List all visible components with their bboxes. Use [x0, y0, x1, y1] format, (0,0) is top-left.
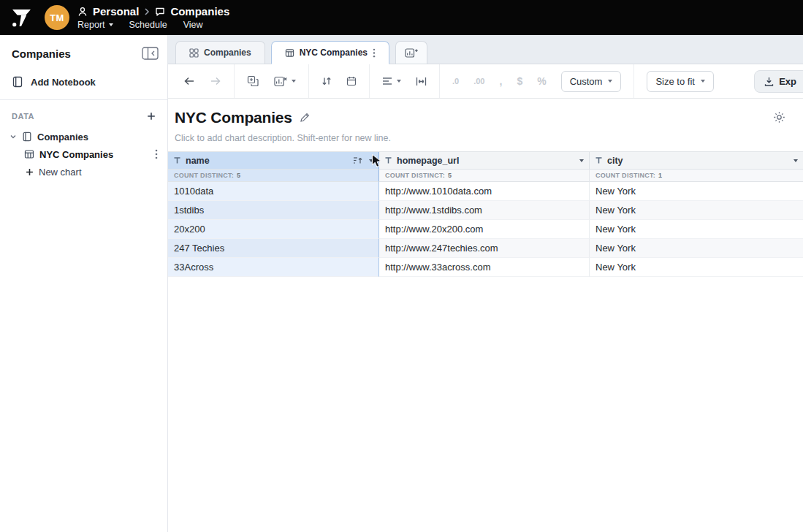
cell-name[interactable]: 20x200 [168, 220, 379, 239]
breadcrumb: Personal Companies [77, 5, 229, 18]
cell-city[interactable]: New York [590, 258, 803, 277]
table-stats-row: Count distinct: 5 Count distinct: 5 Coun… [168, 170, 803, 182]
stat-value: 5 [448, 172, 452, 179]
forward-button[interactable] [210, 76, 221, 86]
column-header-name[interactable]: name [168, 152, 379, 170]
breadcrumb-project[interactable]: Companies [170, 5, 229, 18]
column-stats-name: Count distinct: 5 [168, 170, 379, 182]
custom-format-label: Custom [570, 76, 603, 87]
header-icons [353, 156, 373, 164]
cell-homepage-url[interactable]: http://www.1stdibs.com [379, 201, 590, 220]
custom-format-dropdown[interactable]: Custom [561, 71, 622, 92]
export-button[interactable]: Exp [754, 70, 803, 93]
cell-name[interactable]: 1010data [168, 182, 379, 201]
data-section-label: DATA [12, 112, 34, 121]
duplicate-table-icon[interactable] [247, 75, 259, 87]
title-row: NYC Companies [168, 99, 803, 126]
column-header-homepage-url[interactable]: homepage_url [379, 152, 590, 170]
calendar-icon[interactable] [346, 76, 357, 86]
comma-format-icon[interactable]: , [499, 75, 502, 87]
chevron-down-icon [292, 80, 296, 83]
breadcrumb-workspace[interactable]: Personal [93, 5, 139, 18]
gear-icon[interactable] [773, 111, 785, 123]
menu-report-label: Report [77, 20, 105, 30]
add-data-plus-icon[interactable] [147, 112, 156, 121]
kebab-menu-icon[interactable] [153, 149, 160, 159]
kebab-menu-icon[interactable] [373, 48, 376, 58]
cell-homepage-url[interactable]: http://www.20x200.com [379, 220, 590, 239]
stat-label: Count distinct: [174, 172, 234, 179]
app-logo[interactable] [12, 8, 31, 28]
cell-name[interactable]: 1stdibs [168, 201, 379, 220]
topbar-menu: Report Schedule View [77, 20, 229, 30]
history-group [171, 64, 234, 98]
table-row: 20x200 http://www.20x200.com New York [168, 220, 803, 239]
chevron-down-icon[interactable] [794, 159, 798, 162]
chart-plus-icon [405, 48, 418, 58]
chevron-down-icon [109, 23, 113, 26]
chevron-down-icon[interactable] [579, 159, 584, 162]
stat-label: Count distinct: [385, 172, 445, 179]
column-header-city[interactable]: city [590, 152, 803, 170]
stat-value: 1 [658, 172, 662, 179]
tab-nyc-companies[interactable]: NYC Companies [271, 41, 389, 64]
tree-item-label: Companies [37, 132, 88, 142]
menu-view[interactable]: View [183, 20, 203, 30]
fit-width-icon[interactable] [416, 77, 427, 86]
sort-asc-icon[interactable] [353, 156, 362, 164]
sort-icon[interactable] [321, 76, 332, 86]
column-stats-city: Count distinct: 1 [590, 170, 803, 182]
chevron-down-icon [608, 80, 612, 83]
new-tab-button[interactable] [395, 41, 427, 64]
tab-companies[interactable]: Companies [175, 41, 265, 64]
cell-homepage-url[interactable]: http://www.247techies.com [379, 239, 590, 258]
cell-city[interactable]: New York [590, 220, 803, 239]
top-bar: TM Personal Companies Report Schedule Vi… [0, 0, 803, 35]
add-notebook-button[interactable]: Add Notebook [0, 67, 167, 99]
chart-type-button[interactable] [274, 76, 296, 87]
table-row: 1010data http://www.1010data.com New Yor… [168, 182, 803, 201]
align-button[interactable] [382, 77, 401, 86]
text-type-icon [173, 156, 181, 164]
chart-description-placeholder[interactable]: Click to add chart description. Shift-en… [168, 126, 803, 143]
page-title[interactable]: NYC Companies [175, 109, 292, 126]
main-area: Companies NYC Companies [168, 35, 803, 532]
cell-homepage-url[interactable]: http://www.33across.com [379, 258, 590, 277]
size-group: Size to fit [633, 64, 726, 98]
topbar-nav: Personal Companies Report Schedule View [77, 5, 229, 30]
cell-homepage-url[interactable]: http://www.1010data.com [379, 182, 590, 201]
percent-format-icon[interactable]: % [537, 75, 546, 87]
tree-item-label: NYC Companies [39, 149, 113, 160]
tree-item-companies[interactable]: Companies [0, 128, 167, 145]
cell-city[interactable]: New York [590, 201, 803, 220]
new-chart-button[interactable]: New chart [0, 163, 167, 180]
new-chart-label: New chart [39, 167, 82, 178]
table-header-row: name homepage_url [168, 152, 803, 170]
table-row: 33Across http://www.33across.com New Yor… [168, 258, 803, 277]
chevron-down-icon[interactable] [9, 133, 17, 140]
currency-format-icon[interactable]: $ [517, 75, 522, 87]
export-label: Exp [779, 76, 796, 87]
avatar[interactable]: TM [45, 5, 69, 30]
chevron-down-icon [701, 80, 705, 83]
menu-schedule[interactable]: Schedule [129, 20, 167, 30]
table-icon [285, 48, 294, 58]
increase-decimal-icon[interactable]: .00 [473, 77, 484, 86]
cell-city[interactable]: New York [590, 239, 803, 258]
cell-name[interactable]: 33Across [168, 258, 379, 277]
chat-icon [155, 7, 165, 17]
chevron-down-icon [397, 80, 401, 83]
sidebar-title: Companies [12, 48, 71, 60]
tree-item-nyc-companies[interactable]: NYC Companies [0, 145, 167, 163]
cell-name[interactable]: 247 Techies [168, 239, 379, 258]
cell-city[interactable]: New York [590, 182, 803, 201]
menu-report[interactable]: Report [77, 20, 113, 30]
decrease-decimal-icon[interactable]: .0 [452, 77, 459, 86]
chevron-down-icon[interactable] [369, 159, 373, 162]
pencil-icon[interactable] [300, 113, 310, 123]
stat-value: 5 [237, 172, 240, 179]
size-to-fit-label: Size to fit [655, 76, 694, 87]
collapse-sidebar-icon[interactable] [142, 47, 159, 60]
back-button[interactable] [183, 76, 195, 86]
size-to-fit-dropdown[interactable]: Size to fit [647, 71, 713, 92]
